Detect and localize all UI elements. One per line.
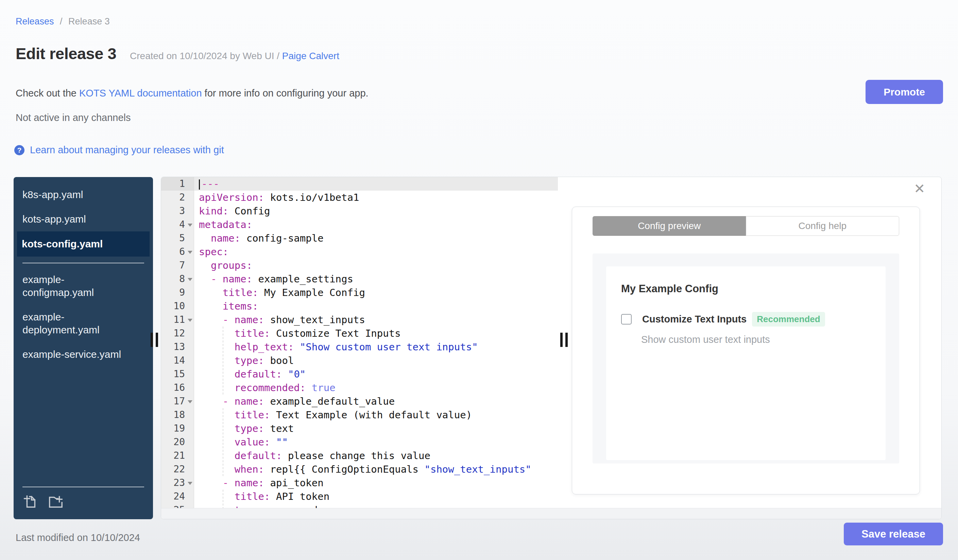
breadcrumb-releases-link[interactable]: Releases xyxy=(16,16,54,27)
gutter-line-number: 22 xyxy=(161,462,194,476)
new-folder-icon[interactable] xyxy=(47,494,65,510)
promote-button[interactable]: Promote xyxy=(866,80,943,104)
sidebar-footer xyxy=(22,487,144,510)
text-cursor xyxy=(199,179,200,190)
created-info: Created on 10/10/2024 by Web UI / Paige … xyxy=(130,51,339,62)
code-lines: 1---2apiVersion: kots.io/v1beta13kind: C… xyxy=(161,177,558,509)
code-line-2[interactable]: 2apiVersion: kots.io/v1beta1 xyxy=(161,191,558,204)
code-line-14[interactable]: 14 type: bool xyxy=(161,354,558,367)
gutter-line-number: 14 xyxy=(161,354,194,367)
file-list: k8s-app.yamlkots-app.yamlkots-config.yam… xyxy=(14,182,153,367)
code-line-1[interactable]: 1--- xyxy=(161,177,558,191)
gutter-line-number: 16 xyxy=(161,381,194,394)
kots-docs-link[interactable]: KOTS YAML documentation xyxy=(79,88,202,98)
tab-config-help[interactable]: Config help xyxy=(746,216,899,236)
preview-body: My Example Config Customize Text Inputs … xyxy=(593,253,899,464)
sidebar-file-example-configmap.yaml[interactable]: example-configmap.yaml xyxy=(22,267,132,305)
indent-guide xyxy=(223,490,224,509)
config-item-row: Customize Text Inputs Recommended xyxy=(621,312,871,327)
resize-handle-left[interactable] xyxy=(151,333,158,348)
fold-arrow-icon[interactable] xyxy=(188,319,192,322)
created-author-link[interactable]: Paige Calvert xyxy=(282,51,339,61)
code-line-19[interactable]: 19 type: text xyxy=(161,422,558,435)
code-line-13[interactable]: 13 help_text: "Show custom user text inp… xyxy=(161,340,558,354)
save-release-button[interactable]: Save release xyxy=(844,523,943,546)
git-help-row: ? Learn about managing your releases wit… xyxy=(14,144,224,156)
code-line-6[interactable]: 6spec: xyxy=(161,245,558,259)
gutter-line-number: 15 xyxy=(161,367,194,381)
gutter-line-number: 19 xyxy=(161,422,194,435)
code-line-22[interactable]: 22 when: repl{{ ConfigOptionEquals "show… xyxy=(161,462,558,476)
gutter-line-number: 18 xyxy=(161,408,194,422)
sidebar-file-example-service.yaml[interactable]: example-service.yaml xyxy=(22,342,132,367)
code-line-17[interactable]: 17 - name: example_default_value xyxy=(161,394,558,408)
code-line-16[interactable]: 16 recommended: true xyxy=(161,381,558,394)
gutter-line-number: 6 xyxy=(161,245,194,259)
indent-guide xyxy=(223,408,224,476)
config-checkbox[interactable] xyxy=(621,314,632,324)
gutter-line-number: 23 xyxy=(161,476,194,490)
fold-arrow-icon[interactable] xyxy=(188,224,192,227)
tab-config-preview[interactable]: Config preview xyxy=(593,216,746,236)
new-file-icon[interactable] xyxy=(22,494,38,510)
code-line-12[interactable]: 12 title: Customize Text Inputs xyxy=(161,327,558,340)
intro-before: Check out the xyxy=(16,88,79,98)
config-item-help: Show custom user text inputs xyxy=(641,334,886,345)
horizontal-scrollbar[interactable] xyxy=(161,508,941,519)
code-line-18[interactable]: 18 title: Text Example (with default val… xyxy=(161,408,558,422)
code-line-11[interactable]: 11 - name: show_text_inputs xyxy=(161,313,558,327)
sidebar-file-example-deployment.yaml[interactable]: example-deployment.yaml xyxy=(22,305,132,342)
code-line-10[interactable]: 10 items: xyxy=(161,299,558,313)
yaml-editor[interactable]: 1---2apiVersion: kots.io/v1beta13kind: C… xyxy=(161,177,558,509)
code-line-9[interactable]: 9 title: My Example Config xyxy=(161,286,558,299)
close-icon[interactable]: ✕ xyxy=(912,182,928,196)
gutter-line-number: 4 xyxy=(161,218,194,231)
code-line-20[interactable]: 20 value: "" xyxy=(161,435,558,449)
sidebar-file-k8s-app.yaml[interactable]: k8s-app.yaml xyxy=(22,182,132,207)
code-line-15[interactable]: 15 default: "0" xyxy=(161,367,558,381)
code-line-8[interactable]: 8 - name: example_settings xyxy=(161,272,558,286)
gutter-line-number: 3 xyxy=(161,204,194,218)
code-line-21[interactable]: 21 default: please change this value xyxy=(161,449,558,462)
code-line-3[interactable]: 3kind: Config xyxy=(161,204,558,218)
gutter-line-number: 9 xyxy=(161,286,194,299)
indent-guide xyxy=(223,327,224,394)
gutter-line-number: 7 xyxy=(161,259,194,272)
intro-after: for more info on configuring your app. xyxy=(202,88,368,98)
gutter-line-number: 10 xyxy=(161,299,194,313)
gutter-line-number: 1 xyxy=(161,177,194,191)
sidebar-file-kots-config.yaml[interactable]: kots-config.yaml xyxy=(17,231,149,256)
resize-handle-right[interactable] xyxy=(560,333,568,348)
channels-note: Not active in any channels xyxy=(16,112,131,123)
gutter-line-number: 17 xyxy=(161,394,194,408)
gutter-line-number: 21 xyxy=(161,449,194,462)
recommended-badge: Recommended xyxy=(752,312,825,327)
file-sidebar: k8s-app.yamlkots-app.yamlkots-config.yam… xyxy=(14,177,153,519)
code-line-5[interactable]: 5 name: config-sample xyxy=(161,231,558,245)
gutter-line-number: 8 xyxy=(161,272,194,286)
code-line-24[interactable]: 24 title: API token xyxy=(161,490,558,503)
code-line-4[interactable]: 4metadata: xyxy=(161,218,558,231)
config-preview-panel: Config previewConfig help My Example Con… xyxy=(572,207,920,494)
breadcrumb-current: Release 3 xyxy=(68,16,110,27)
gutter-line-number: 20 xyxy=(161,435,194,449)
fold-arrow-icon[interactable] xyxy=(188,400,192,403)
created-text: Created on 10/10/2024 by Web UI / xyxy=(130,51,279,61)
code-line-23[interactable]: 23 - name: api_token xyxy=(161,476,558,490)
config-card: My Example Config Customize Text Inputs … xyxy=(606,266,886,460)
gutter-line-number: 2 xyxy=(161,191,194,204)
preview-tabs: Config previewConfig help xyxy=(593,216,899,236)
breadcrumb-separator: / xyxy=(60,16,63,27)
fold-arrow-icon[interactable] xyxy=(188,278,192,281)
sidebar-file-kots-app.yaml[interactable]: kots-app.yaml xyxy=(22,207,132,231)
title-row: Edit release 3 Created on 10/10/2024 by … xyxy=(16,44,339,63)
gutter-line-number: 5 xyxy=(161,231,194,245)
breadcrumb: Releases / Release 3 xyxy=(16,16,110,27)
fold-arrow-icon[interactable] xyxy=(188,251,192,254)
git-releases-link[interactable]: Learn about managing your releases with … xyxy=(30,144,224,156)
gutter-line-number: 24 xyxy=(161,490,194,503)
fold-arrow-icon[interactable] xyxy=(188,482,192,485)
gutter-line-number: 12 xyxy=(161,327,194,340)
help-question-icon: ? xyxy=(14,145,24,155)
code-line-7[interactable]: 7 groups: xyxy=(161,259,558,272)
